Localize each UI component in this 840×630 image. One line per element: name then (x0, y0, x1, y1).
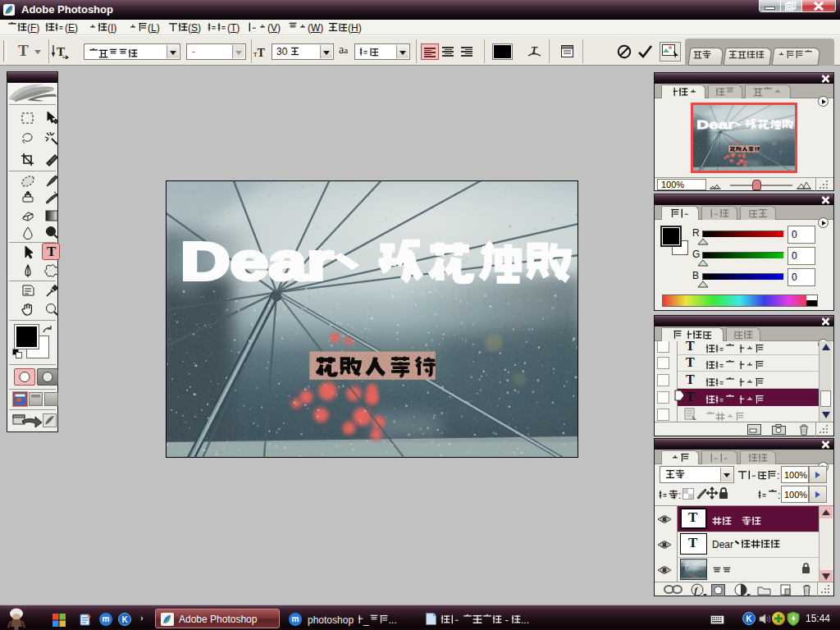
svg-text:Dear: Dear (180, 231, 333, 291)
svg-text:Dear: Dear (696, 117, 734, 131)
svg-text:T: T (57, 45, 65, 58)
